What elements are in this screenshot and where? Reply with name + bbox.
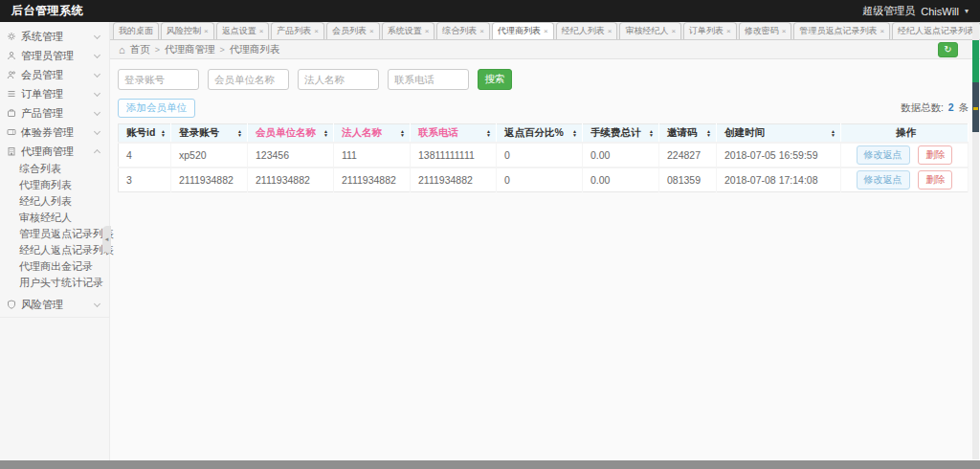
search-button[interactable]: 搜索 — [478, 69, 512, 90]
close-icon[interactable]: × — [314, 27, 319, 35]
breadcrumb-agent-list[interactable]: 代理商列表 — [230, 43, 280, 56]
close-icon[interactable]: × — [544, 27, 548, 35]
sort-icon[interactable]: ▲▼ — [649, 129, 654, 137]
tab-risk-control[interactable]: 风险控制× — [161, 22, 214, 39]
tab-system-settings[interactable]: 系统设置× — [382, 22, 435, 39]
submenu-label: 审核经纪人 — [19, 211, 72, 225]
sidebar-item-coupon[interactable]: 体验券管理 — [0, 123, 109, 142]
tab-broker-rebate-records[interactable]: 经纪人返点记录列表 — [892, 22, 980, 39]
close-icon[interactable]: × — [608, 27, 612, 35]
sort-icon[interactable]: ▲▼ — [400, 129, 405, 137]
scrollbar-thumb-green[interactable] — [972, 40, 979, 82]
member-unit-name-input[interactable] — [208, 69, 289, 90]
sidebar-item-label: 管理员管理 — [21, 49, 74, 63]
chevron-down-icon: ▾ — [965, 7, 969, 15]
gear-icon — [7, 32, 16, 41]
tab-product-list[interactable]: 产品列表× — [271, 22, 324, 39]
edit-rebate-button[interactable]: 修改返点 — [857, 145, 910, 165]
tab-label: 订单列表 — [689, 25, 724, 37]
cell-created-time: 2018-07-05 16:59:59 — [717, 143, 841, 168]
cell-created-time: 2018-07-08 17:14:08 — [717, 168, 841, 192]
tab-order-list[interactable]: 订单列表× — [683, 22, 737, 39]
sort-icon[interactable]: ▲▼ — [831, 129, 835, 137]
close-icon[interactable]: × — [369, 27, 374, 35]
close-icon[interactable]: × — [259, 27, 264, 35]
user-menu[interactable]: 超级管理员 ChisWill ▾ — [862, 4, 969, 18]
sidebar-sub-broker-rebate-records[interactable]: 经纪人返点记录列表 — [0, 242, 109, 258]
sort-icon[interactable]: ▲▼ — [572, 129, 577, 137]
sidebar-item-label: 风险管理 — [21, 298, 63, 312]
list-icon — [7, 89, 16, 99]
tab-my-desktop[interactable]: 我的桌面 — [113, 22, 159, 39]
sidebar-item-label: 系统管理 — [21, 30, 63, 44]
sidebar-sub-admin-rebate-records[interactable]: 管理员返点记录列表 — [0, 226, 109, 242]
sort-icon[interactable]: ▲▼ — [323, 129, 328, 137]
breadcrumb-home[interactable]: 首页 — [130, 43, 150, 56]
col-login-account: 登录账号▲▼ — [171, 124, 248, 143]
close-icon[interactable]: × — [880, 27, 884, 35]
sidebar-item-product[interactable]: 产品管理 — [0, 103, 109, 123]
tab-label: 经纪人返点记录列表 — [898, 25, 975, 37]
breadcrumb-separator: > — [155, 45, 160, 55]
sidebar-item-risk[interactable]: 风险管理 — [0, 295, 109, 314]
col-account-id: 账号id▲▼ — [119, 124, 171, 143]
tab-change-password[interactable]: 修改密码× — [739, 22, 792, 39]
refresh-button[interactable]: ↻ — [938, 42, 958, 57]
sidebar-item-admin[interactable]: 管理员管理 — [0, 46, 109, 65]
sidebar-sub-user-position-stats[interactable]: 用户头寸统计记录 — [0, 275, 109, 291]
sidebar-sub-agent-withdraw-records[interactable]: 代理商出金记录 — [0, 258, 109, 275]
content-panel: 搜索 添加会员单位 数据总数: 2 条 账号id▲▼ 登录账号▲▼ 会员单位名称… — [110, 59, 980, 460]
tab-agent-list[interactable]: 代理商列表× — [492, 22, 554, 39]
col-created-time: 创建时间▲▼ — [717, 124, 841, 143]
tab-label: 代理商列表 — [498, 25, 541, 37]
close-icon[interactable]: × — [204, 27, 209, 35]
close-icon[interactable]: × — [782, 27, 787, 35]
cell-rebate-percent: 0 — [497, 168, 583, 192]
close-icon[interactable]: × — [671, 27, 676, 35]
sort-icon[interactable]: ▲▼ — [237, 129, 242, 137]
user-name: ChisWill — [921, 6, 959, 17]
sidebar-sub-comprehensive-list[interactable]: 综合列表 — [0, 161, 109, 177]
cell-account-id: 4 — [119, 143, 171, 168]
sidebar-item-agent[interactable]: 代理商管理 — [0, 142, 109, 161]
cell-login-account: 2111934882 — [171, 168, 248, 192]
sort-icon[interactable]: ▲▼ — [706, 129, 711, 137]
sidebar-divider — [0, 317, 109, 318]
tab-comprehensive-list[interactable]: 综合列表× — [436, 22, 490, 39]
sidebar-collapse-handle[interactable]: ◄ — [102, 226, 111, 253]
tab-label: 产品列表 — [277, 25, 311, 37]
sidebar-sub-agent-list[interactable]: 代理商列表 — [0, 177, 109, 193]
delete-button[interactable]: 删除 — [918, 170, 952, 190]
breadcrumb-agent-management[interactable]: 代理商管理 — [165, 43, 215, 56]
tab-bar: 我的桌面 风险控制× 返点设置× 产品列表× 会员列表× 系统设置× 综合列表×… — [110, 22, 980, 40]
close-icon[interactable]: × — [479, 27, 484, 35]
sidebar-submenu-agent: 综合列表 代理商列表 经纪人列表 审核经纪人 管理员返点记录列表 经纪人返点记录… — [0, 161, 109, 291]
cell-account-id: 3 — [119, 168, 171, 192]
sort-icon[interactable]: ▲▼ — [486, 129, 491, 137]
sidebar-item-system[interactable]: 系统管理 — [0, 27, 109, 46]
edit-rebate-button[interactable]: 修改返点 — [857, 170, 910, 190]
sidebar-sub-audit-broker[interactable]: 审核经纪人 — [0, 210, 109, 226]
close-icon[interactable]: × — [726, 27, 731, 35]
col-member-unit-name: 会员单位名称▲▼ — [248, 124, 334, 143]
scrollbar[interactable] — [972, 23, 979, 459]
cell-legal-person: 2111934882 — [334, 168, 411, 192]
tab-admin-rebate-records[interactable]: 管理员返点记录列表× — [793, 22, 890, 39]
cell-invite-code: 081359 — [659, 168, 717, 192]
contact-phone-input[interactable] — [388, 69, 469, 90]
sidebar-item-member[interactable]: 会员管理 — [0, 65, 109, 84]
tab-audit-broker[interactable]: 审核经纪人× — [619, 22, 681, 39]
cell-operations: 修改返点 删除 — [841, 168, 969, 192]
tab-rebate-settings[interactable]: 返点设置× — [216, 22, 270, 39]
tab-member-list[interactable]: 会员列表× — [326, 22, 380, 39]
close-icon[interactable]: × — [425, 27, 430, 35]
tab-broker-list[interactable]: 经纪人列表× — [556, 22, 618, 39]
sidebar-sub-broker-list[interactable]: 经纪人列表 — [0, 193, 109, 210]
add-member-unit-button[interactable]: 添加会员单位 — [118, 99, 195, 118]
login-account-input[interactable] — [118, 69, 199, 90]
sort-icon[interactable]: ▲▼ — [161, 129, 166, 137]
col-operations: 操作 — [841, 124, 969, 143]
legal-person-name-input[interactable] — [298, 69, 379, 90]
sidebar-item-order[interactable]: 订单管理 — [0, 84, 109, 103]
delete-button[interactable]: 删除 — [918, 145, 952, 165]
